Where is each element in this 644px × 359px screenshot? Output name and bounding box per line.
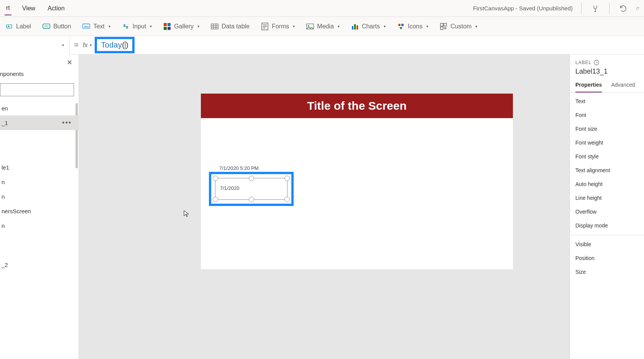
svg-rect-22	[444, 23, 447, 26]
forms-icon	[261, 23, 269, 30]
prop-auto-height[interactable]: Auto height	[570, 177, 644, 191]
gallery-icon	[163, 23, 171, 30]
tree-item[interactable]: _2	[0, 257, 79, 272]
components-tab[interactable]: nponents	[0, 67, 79, 80]
tab-advanced[interactable]: Advanced	[611, 82, 635, 92]
workspace: ✕ nponents en _1 ••• le1 n n nersScreen …	[0, 54, 644, 359]
resize-handle[interactable]	[284, 176, 290, 181]
tree-view-pane: ✕ nponents en _1 ••• le1 n n nersScreen …	[0, 54, 79, 359]
ribbon-gallery-text: Gallery	[174, 23, 194, 30]
ribbon-data-table[interactable]: Data table	[211, 23, 250, 30]
resize-handle[interactable]	[213, 197, 218, 202]
prop-text-alignment[interactable]: Text alignment	[570, 163, 644, 177]
ribbon-button-text: Button	[53, 23, 71, 30]
redo-icon[interactable]	[636, 3, 639, 14]
screen-title-bar: Title of the Screen	[201, 94, 513, 118]
svg-rect-17	[354, 24, 356, 30]
ribbon-charts[interactable]: Charts ▾	[351, 23, 386, 30]
selected-control-highlight[interactable]: 7/1/2020	[209, 172, 294, 206]
selected-control[interactable]: 7/1/2020	[215, 178, 288, 200]
menu-tab-view[interactable]: View	[21, 2, 37, 15]
custom-icon	[440, 23, 447, 30]
svg-rect-11	[168, 27, 171, 30]
menubar: rt View Action FirstCanvasApp - Saved (U…	[0, 0, 644, 17]
svg-rect-16	[352, 26, 353, 30]
media-icon	[306, 23, 314, 30]
ribbon-media-text: Media	[317, 23, 334, 30]
svg-rect-3	[44, 25, 49, 27]
help-icon[interactable]: ?	[594, 60, 599, 65]
prop-position[interactable]: Position	[570, 251, 644, 265]
prop-visible[interactable]: Visible	[570, 237, 644, 251]
chevron-down-icon: ▾	[338, 24, 340, 28]
app-canvas[interactable]: Title of the Screen 7/1/2020 5:20 PM 7/1…	[201, 94, 513, 269]
tree-item[interactable]: en	[0, 101, 79, 115]
fx-expand[interactable]: fx ▾	[83, 42, 92, 49]
tree-list: en _1 ••• le1 n n nersScreen n _2	[0, 101, 79, 359]
prop-line-height[interactable]: Line height	[570, 191, 644, 205]
app-checker-icon[interactable]	[590, 3, 601, 14]
canvas-area[interactable]: Title of the Screen 7/1/2020 5:20 PM 7/1…	[79, 54, 570, 359]
resize-handle[interactable]	[284, 197, 290, 202]
prop-font-size[interactable]: Font size	[570, 122, 644, 136]
prop-font-style[interactable]: Font style	[570, 150, 644, 163]
tree-item-label: n	[2, 222, 5, 229]
tab-properties[interactable]: Properties	[575, 82, 602, 92]
resize-handle[interactable]	[249, 197, 254, 202]
tree-item[interactable]: n	[0, 189, 79, 204]
ribbon-label[interactable]: Label	[5, 23, 31, 30]
ribbon-button[interactable]: Button	[43, 23, 71, 30]
svg-rect-20	[401, 24, 404, 26]
formula-input[interactable]: Today()	[101, 41, 128, 50]
svg-point-19	[398, 24, 401, 26]
control-name[interactable]: Label13_1	[575, 68, 639, 76]
prop-font[interactable]: Font	[570, 108, 644, 122]
undo-icon[interactable]	[618, 3, 629, 14]
svg-rect-10	[164, 27, 167, 30]
ribbon-icons[interactable]: Icons ▾	[397, 23, 428, 30]
tree-item-selected[interactable]: _1 •••	[0, 115, 79, 130]
ribbon-charts-text: Charts	[362, 23, 380, 30]
tree-item[interactable]: n	[0, 175, 79, 189]
ribbon-forms-text: Forms	[272, 23, 289, 30]
ribbon-text[interactable]: Abc Text ▾	[82, 23, 110, 30]
ribbon-custom-text: Custom	[450, 23, 472, 30]
svg-rect-21	[440, 23, 443, 26]
datetime-label[interactable]: 7/1/2020 5:20 PM	[219, 165, 259, 171]
property-dropdown[interactable]: ▾	[0, 36, 70, 54]
svg-rect-9	[168, 23, 171, 26]
svg-rect-12	[211, 24, 218, 29]
menu-tab-insert[interactable]: rt	[5, 2, 12, 15]
more-icon[interactable]: •••	[62, 119, 72, 127]
resize-handle[interactable]	[249, 176, 254, 181]
tree-item-label: _1	[2, 120, 8, 126]
prop-overflow[interactable]: Overflow	[570, 205, 644, 219]
svg-text:Abc: Abc	[84, 25, 89, 28]
input-icon	[122, 23, 130, 30]
prop-display-mode[interactable]: Display mode	[570, 219, 644, 232]
ribbon-gallery[interactable]: Gallery ▾	[163, 23, 199, 30]
search-input[interactable]	[0, 83, 74, 96]
prop-text[interactable]: Text	[570, 94, 644, 108]
tree-item[interactable]: nersScreen	[0, 204, 79, 218]
svg-point-6	[124, 25, 125, 26]
prop-font-weight[interactable]: Font weight	[570, 136, 644, 150]
resize-handle[interactable]	[213, 176, 218, 181]
menubar-right: FirstCanvasApp - Saved (Unpublished)	[473, 3, 639, 14]
properties-list: Text Font Font size Font weight Font sty…	[570, 93, 644, 280]
close-icon[interactable]: ✕	[67, 58, 72, 67]
tree-item-label: nersScreen	[2, 208, 31, 214]
tree-item[interactable]: n	[0, 218, 79, 233]
tree-item[interactable]: le1	[0, 160, 79, 175]
chevron-down-icon: ▾	[475, 24, 477, 28]
menu-tab-action[interactable]: Action	[46, 2, 66, 15]
control-type-label: LABEL ?	[575, 60, 639, 65]
ribbon-media[interactable]: Media ▾	[306, 23, 340, 30]
ribbon-input[interactable]: Input ▾	[122, 23, 152, 30]
ribbon-custom[interactable]: Custom ▾	[440, 23, 477, 30]
prop-size[interactable]: Size	[570, 265, 644, 279]
app-status: FirstCanvasApp - Saved (Unpublished)	[473, 5, 573, 12]
ribbon-forms[interactable]: Forms ▾	[261, 23, 295, 30]
svg-point-7	[126, 27, 127, 28]
svg-text:?: ?	[596, 61, 598, 65]
